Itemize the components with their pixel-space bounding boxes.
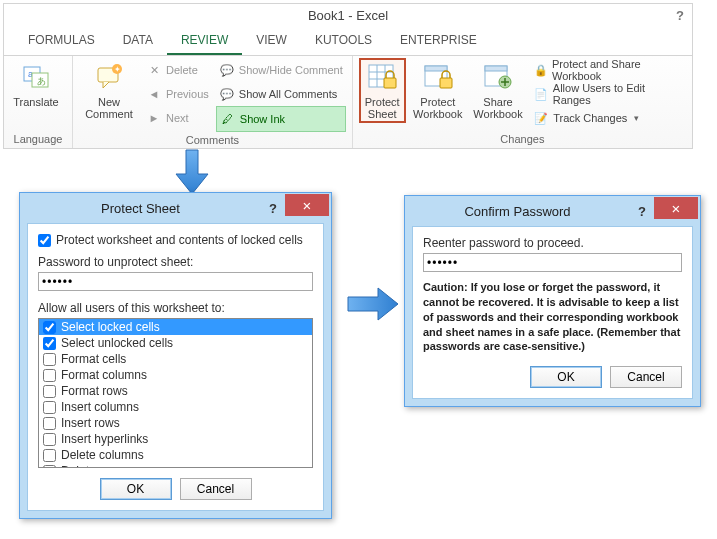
perm-checkbox[interactable] xyxy=(43,433,56,446)
help-icon[interactable]: ? xyxy=(261,201,285,216)
svg-rect-15 xyxy=(440,78,452,88)
list-item[interactable]: Insert columns xyxy=(39,399,312,415)
dialog-title-bar[interactable]: Confirm Password ? × xyxy=(405,196,700,226)
list-item[interactable]: Format rows xyxy=(39,383,312,399)
new-comment-button[interactable]: ✦ New Comment xyxy=(79,58,139,123)
perm-checkbox[interactable] xyxy=(43,449,56,462)
list-item[interactable]: Delete columns xyxy=(39,447,312,463)
perm-label: Delete rows xyxy=(61,464,124,468)
new-comment-label: New Comment xyxy=(85,96,133,120)
list-item[interactable]: Delete rows xyxy=(39,463,312,468)
ok-button[interactable]: OK xyxy=(100,478,172,500)
list-item[interactable]: Select unlocked cells xyxy=(39,335,312,351)
perm-checkbox[interactable] xyxy=(43,321,56,334)
protect-contents-checkbox[interactable] xyxy=(38,234,51,247)
group-comments-label: Comments xyxy=(79,132,346,149)
svg-rect-14 xyxy=(425,66,447,71)
app-title: Book1 - Excel xyxy=(308,8,388,23)
svg-rect-12 xyxy=(384,78,396,88)
allow-edit-ranges-button[interactable]: 📄Allow Users to Edit Ranges xyxy=(530,82,686,106)
allow-users-label: Allow all users of this worksheet to: xyxy=(38,301,313,315)
protect-sheet-button[interactable]: Protect Sheet xyxy=(359,58,406,123)
perm-checkbox[interactable] xyxy=(43,417,56,430)
tab-formulas[interactable]: FORMULAS xyxy=(14,27,109,55)
showhide-label: Show/Hide Comment xyxy=(239,64,343,76)
perm-checkbox[interactable] xyxy=(43,465,56,469)
tab-review[interactable]: REVIEW xyxy=(167,27,242,55)
svg-rect-17 xyxy=(485,66,507,71)
cancel-button[interactable]: Cancel xyxy=(610,366,682,388)
protect-share-workbook-button[interactable]: 🔒Protect and Share Workbook xyxy=(530,58,686,82)
list-item[interactable]: Insert hyperlinks xyxy=(39,431,312,447)
new-comment-icon: ✦ xyxy=(93,61,125,93)
protect-sheet-dialog: Protect Sheet ? × Protect worksheet and … xyxy=(19,192,332,519)
tab-view[interactable]: VIEW xyxy=(242,27,301,55)
list-item[interactable]: Select locked cells xyxy=(39,319,312,335)
perm-label: Select unlocked cells xyxy=(61,336,173,350)
showink-label: Show Ink xyxy=(240,113,285,125)
perm-label: Select locked cells xyxy=(61,320,160,334)
delete-label: Delete xyxy=(166,64,198,76)
protect-share-icon: 🔒 xyxy=(533,62,548,78)
perm-checkbox[interactable] xyxy=(43,401,56,414)
help-icon[interactable]: ? xyxy=(676,8,684,23)
previous-comment-button[interactable]: ◄Previous xyxy=(143,82,212,106)
perm-checkbox[interactable] xyxy=(43,369,56,382)
previous-label: Previous xyxy=(166,88,209,100)
group-language-label: Language xyxy=(10,131,66,148)
next-comment-button[interactable]: ►Next xyxy=(143,106,212,130)
tab-data[interactable]: DATA xyxy=(109,27,167,55)
delete-icon: ✕ xyxy=(146,62,162,78)
perm-label: Format cells xyxy=(61,352,126,366)
perm-checkbox[interactable] xyxy=(43,337,56,350)
tab-kutools[interactable]: KUTOOLS xyxy=(301,27,386,55)
perm-label: Format columns xyxy=(61,368,147,382)
next-icon: ► xyxy=(146,110,162,126)
previous-icon: ◄ xyxy=(146,86,162,102)
close-button[interactable]: × xyxy=(285,194,329,216)
comment-nav: ✕Delete ◄Previous ►Next xyxy=(143,58,212,130)
track-changes-label: Track Changes xyxy=(553,112,627,124)
close-button[interactable]: × xyxy=(654,197,698,219)
delete-comment-button[interactable]: ✕Delete xyxy=(143,58,212,82)
show-hide-comment-button[interactable]: 💬Show/Hide Comment xyxy=(216,58,346,82)
protect-workbook-label: Protect Workbook xyxy=(413,96,462,120)
translate-label: Translate xyxy=(13,96,58,108)
cancel-button[interactable]: Cancel xyxy=(180,478,252,500)
perm-label: Format rows xyxy=(61,384,128,398)
perm-label: Insert columns xyxy=(61,400,139,414)
confirm-password-input[interactable] xyxy=(423,253,682,272)
perm-label: Insert hyperlinks xyxy=(61,432,148,446)
list-item[interactable]: Format columns xyxy=(39,367,312,383)
list-item[interactable]: Insert rows xyxy=(39,415,312,431)
share-workbook-button[interactable]: Share Workbook xyxy=(470,58,526,123)
list-item[interactable]: Format cells xyxy=(39,351,312,367)
arrow-right-icon xyxy=(346,284,402,324)
perm-checkbox[interactable] xyxy=(43,385,56,398)
tab-enterprise[interactable]: ENTERPRISE xyxy=(386,27,491,55)
ribbon-window: Book1 - Excel ? FORMULAS DATA REVIEW VIE… xyxy=(3,3,693,149)
showall-icon: 💬 xyxy=(219,86,235,102)
show-ink-button[interactable]: 🖊Show Ink xyxy=(216,106,346,132)
allow-edit-ranges-label: Allow Users to Edit Ranges xyxy=(553,82,683,106)
perm-checkbox[interactable] xyxy=(43,353,56,366)
dialog-title-bar[interactable]: Protect Sheet ? × xyxy=(20,193,331,223)
changes-extra: 🔒Protect and Share Workbook 📄Allow Users… xyxy=(530,58,686,130)
password-label: Password to unprotect sheet: xyxy=(38,255,313,269)
protect-sheet-label: Protect Sheet xyxy=(365,96,400,120)
track-changes-button[interactable]: 📝Track Changes▾ xyxy=(530,106,686,130)
permissions-listbox[interactable]: Select locked cells Select unlocked cell… xyxy=(38,318,313,468)
translate-icon: aあ xyxy=(20,61,52,93)
group-changes-label: Changes xyxy=(359,131,686,148)
group-language: aあ Translate Language xyxy=(4,56,73,148)
show-all-comments-button[interactable]: 💬Show All Comments xyxy=(216,82,346,106)
ok-button[interactable]: OK xyxy=(530,366,602,388)
svg-text:あ: あ xyxy=(37,76,46,86)
help-icon[interactable]: ? xyxy=(630,204,654,219)
password-input[interactable] xyxy=(38,272,313,291)
translate-button[interactable]: aあ Translate xyxy=(10,58,62,111)
svg-text:✦: ✦ xyxy=(114,65,121,74)
protect-sheet-icon xyxy=(366,61,398,93)
protect-workbook-button[interactable]: Protect Workbook xyxy=(410,58,466,123)
perm-label: Insert rows xyxy=(61,416,120,430)
